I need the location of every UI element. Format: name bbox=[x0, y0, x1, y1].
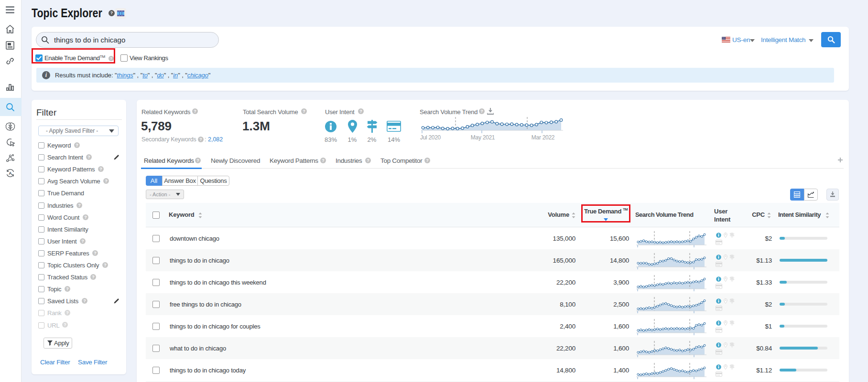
svg-text:A: A bbox=[9, 171, 12, 176]
